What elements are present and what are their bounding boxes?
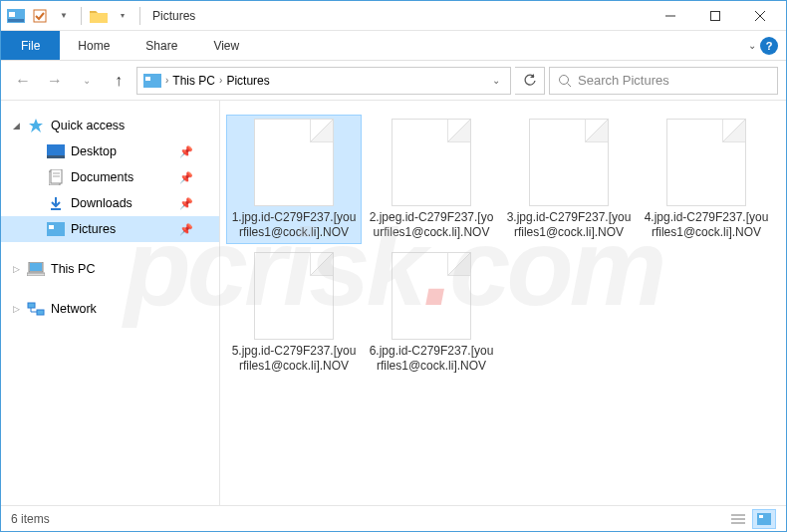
maximize-button[interactable]: [692, 1, 737, 31]
file-thumbnail: [254, 119, 334, 206]
tree-label: Downloads: [71, 196, 132, 210]
divider: [81, 7, 82, 25]
tree-label: Network: [51, 302, 97, 316]
downloads-icon: [47, 194, 65, 212]
window-title: Pictures: [152, 9, 195, 23]
tree-quick-access[interactable]: ◢ Quick access: [1, 113, 219, 138]
quick-access-toolbar: ▼ ▾ Pictures: [5, 5, 195, 27]
svg-rect-3: [34, 10, 46, 22]
file-thumbnail: [392, 119, 471, 206]
file-thumbnail: [529, 119, 609, 206]
details-view-button[interactable]: [726, 509, 750, 529]
tree-network[interactable]: ▷ Network: [1, 296, 219, 322]
search-placeholder: Search Pictures: [578, 73, 669, 88]
breadcrumb-sep[interactable]: ›: [217, 75, 224, 86]
file-thumbnail: [254, 252, 334, 340]
file-item[interactable]: 1.jpg.id-C279F237.[yourfiles1@cock.li].N…: [226, 115, 362, 244]
svg-rect-12: [47, 144, 65, 155]
pin-icon: 📌: [179, 223, 193, 236]
properties-qat-icon[interactable]: [29, 5, 51, 27]
svg-rect-5: [710, 11, 719, 20]
back-button[interactable]: ←: [9, 67, 37, 95]
file-item[interactable]: 6.jpg.id-C279F237.[yourfiles1@cock.li].N…: [364, 248, 499, 378]
file-item[interactable]: 2.jpeg.id-C279F237.[yourfiles1@cock.li].…: [364, 115, 499, 244]
desktop-icon: [47, 142, 65, 160]
address-dropdown-icon[interactable]: ⌄: [488, 75, 504, 86]
divider: [139, 7, 140, 25]
search-input[interactable]: Search Pictures: [549, 67, 778, 95]
svg-rect-13: [47, 155, 65, 158]
tree-label: This PC: [51, 262, 95, 276]
svg-rect-22: [30, 263, 42, 271]
pin-icon: 📌: [179, 145, 193, 158]
help-button[interactable]: ?: [760, 37, 778, 55]
window-controls: [648, 1, 782, 31]
svg-rect-30: [759, 515, 763, 518]
tab-share[interactable]: Share: [128, 31, 195, 60]
file-item[interactable]: 5.jpg.id-C279F237.[yourfiles1@cock.li].N…: [226, 248, 362, 378]
file-name-label: 1.jpg.id-C279F237.[yourfiles1@cock.li].N…: [230, 210, 358, 240]
ribbon: File Home Share View ⌄ ?: [1, 31, 786, 61]
recent-locations-button[interactable]: ⌄: [73, 67, 101, 95]
tab-view[interactable]: View: [195, 31, 257, 60]
app-icon: [5, 5, 27, 27]
svg-line-11: [568, 83, 572, 87]
ribbon-expand-icon[interactable]: ⌄: [748, 40, 756, 51]
close-button[interactable]: [737, 1, 782, 31]
tree-label: Pictures: [71, 222, 116, 236]
tree-label: Documents: [71, 170, 133, 184]
svg-rect-25: [37, 310, 44, 315]
folder-icon: [88, 5, 110, 27]
svg-point-10: [560, 75, 569, 84]
pin-icon: 📌: [179, 197, 193, 210]
status-text: 6 items: [11, 512, 50, 526]
search-icon: [558, 74, 572, 88]
star-icon: [27, 117, 45, 134]
sidebar-item-downloads[interactable]: Downloads 📌: [1, 190, 219, 216]
pin-icon: 📌: [179, 171, 193, 184]
file-item[interactable]: 3.jpg.id-C279F237.[yourfiles1@cock.li].N…: [501, 115, 637, 244]
tree-label: Desktop: [71, 144, 117, 158]
pictures-location-icon: [143, 72, 161, 90]
collapse-icon[interactable]: ◢: [13, 121, 20, 131]
navigation-pane: ◢ Quick access Desktop 📌 Documents 📌 Dow…: [1, 101, 220, 505]
address-bar[interactable]: › This PC › Pictures ⌄: [136, 67, 511, 95]
thumbnails-view-button[interactable]: [752, 509, 776, 529]
breadcrumb-this-pc[interactable]: This PC: [172, 74, 215, 88]
this-pc-icon: [27, 260, 45, 278]
file-thumbnail: [666, 119, 746, 206]
expand-icon[interactable]: ▷: [13, 264, 20, 274]
tab-home[interactable]: Home: [60, 31, 128, 60]
status-bar: 6 items: [1, 505, 786, 531]
tree-label: Quick access: [51, 119, 125, 133]
tree-this-pc[interactable]: ▷ This PC: [1, 256, 219, 282]
documents-icon: [47, 168, 65, 186]
sidebar-item-pictures[interactable]: Pictures 📌: [1, 216, 219, 242]
breadcrumb-sep[interactable]: ›: [163, 75, 170, 86]
file-name-label: 3.jpg.id-C279F237.[yourfiles1@cock.li].N…: [505, 210, 633, 240]
ribbon-toggle-icon[interactable]: ▾: [112, 5, 133, 27]
sidebar-item-documents[interactable]: Documents 📌: [1, 164, 219, 190]
qat-dropdown-icon[interactable]: ▼: [53, 5, 75, 27]
file-name-label: 2.jpeg.id-C279F237.[yourfiles1@cock.li].…: [368, 210, 495, 240]
svg-rect-23: [27, 273, 45, 276]
file-item[interactable]: 4.jpg.id-C279F237.[yourfiles1@cock.li].N…: [639, 115, 774, 244]
file-list[interactable]: 1.jpg.id-C279F237.[yourfiles1@cock.li].N…: [220, 101, 786, 505]
file-tab[interactable]: File: [1, 31, 60, 60]
breadcrumb-pictures[interactable]: Pictures: [226, 74, 269, 88]
file-name-label: 6.jpg.id-C279F237.[yourfiles1@cock.li].N…: [368, 344, 495, 374]
forward-button[interactable]: →: [41, 67, 69, 95]
titlebar: ▼ ▾ Pictures: [1, 1, 786, 31]
sidebar-item-desktop[interactable]: Desktop 📌: [1, 138, 219, 164]
svg-rect-9: [145, 77, 150, 81]
minimize-button[interactable]: [648, 1, 692, 31]
file-name-label: 4.jpg.id-C279F237.[yourfiles1@cock.li].N…: [643, 210, 770, 240]
file-name-label: 5.jpg.id-C279F237.[yourfiles1@cock.li].N…: [230, 344, 358, 374]
svg-rect-1: [9, 12, 15, 17]
file-thumbnail: [392, 252, 471, 340]
refresh-button[interactable]: [515, 67, 545, 95]
network-icon: [27, 300, 45, 318]
expand-icon[interactable]: ▷: [13, 304, 20, 314]
up-button[interactable]: ↑: [105, 67, 132, 95]
svg-rect-2: [8, 19, 24, 22]
